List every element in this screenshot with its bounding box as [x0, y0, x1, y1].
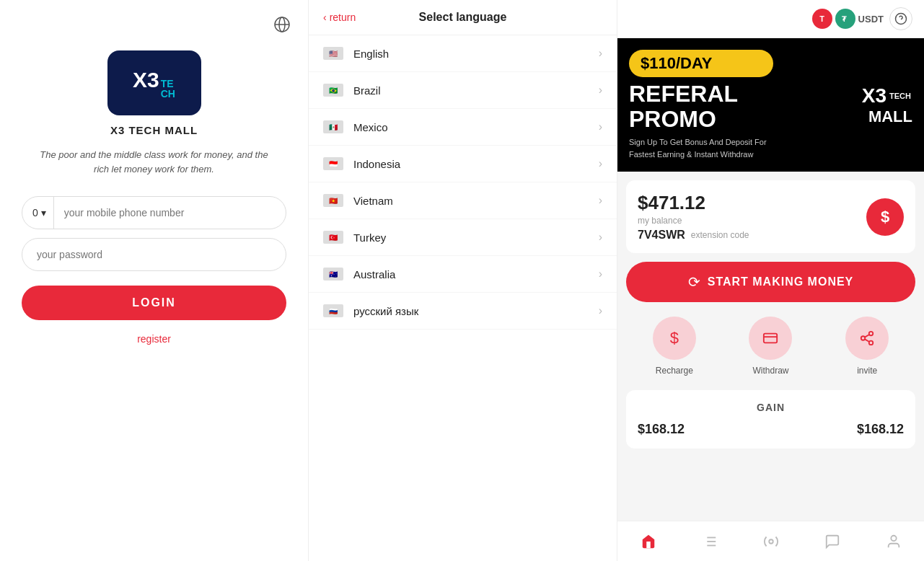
recharge-icon: $ [653, 317, 696, 360]
nav-task[interactable] [763, 531, 779, 552]
promo-banner: $110/DAY REFERAL PROMO Sign Up To Get Bo… [617, 38, 924, 172]
chevron-right-icon: › [599, 47, 602, 60]
flag-australia: 🇦🇺 [323, 268, 343, 280]
flag-english: 🇺🇸 [323, 47, 343, 60]
app-name: X3 TECH MALL [110, 124, 198, 136]
tagline: The poor and the middle class work for m… [39, 148, 270, 176]
chevron-right-icon: › [599, 231, 602, 244]
login-button[interactable]: LOGIN [22, 286, 286, 320]
country-code-selector[interactable]: 0 ▾ [22, 197, 54, 229]
dropdown-arrow: ▾ [41, 207, 46, 218]
lang-item-indonesia[interactable]: 🇮🇩 Indonesia › [309, 146, 617, 182]
usdt-label: USDT [858, 14, 884, 25]
lang-item-turkey[interactable]: 🇹🇷 Turkey › [309, 219, 617, 256]
invite-label: invite [857, 366, 877, 376]
phone-input-row: 0 ▾ [22, 196, 286, 229]
flag-mexico: 🇲🇽 [323, 120, 343, 133]
chevron-right-icon: › [599, 268, 602, 280]
start-btn-text: START MAKING MONEY [708, 275, 854, 288]
return-label: return [330, 12, 356, 23]
extension-code: 7V4SWR [638, 229, 685, 242]
password-input-row [22, 238, 286, 271]
gain-title: GAIN [638, 402, 904, 413]
start-making-money-button[interactable]: ⟳ START MAKING MONEY [626, 262, 915, 302]
promo-logo: X3 TECH MALL [862, 84, 912, 126]
promo-logo-mall: MALL [868, 107, 912, 126]
lang-item-english[interactable]: 🇺🇸 English › [309, 35, 617, 72]
lang-name-brazil: Brazil [353, 84, 381, 97]
lang-item-brazil[interactable]: 🇧🇷 Brazil › [309, 72, 617, 109]
gain-amount-1: $168.12 [638, 422, 685, 437]
balance-amount: $471.12 [638, 192, 749, 214]
t-icon: T [812, 9, 832, 29]
flag-russia: 🇷🇺 [323, 304, 343, 317]
nav-list[interactable] [702, 531, 718, 552]
password-input[interactable] [22, 249, 286, 260]
invite-button[interactable]: invite [845, 317, 889, 376]
svg-point-20 [891, 535, 896, 540]
invite-icon [845, 317, 889, 360]
flag-indonesia: 🇮🇩 [323, 157, 343, 170]
day-badge: $110/DAY [629, 50, 773, 77]
svg-rect-6 [764, 334, 777, 343]
recharge-label: Recharge [656, 366, 693, 376]
promo-description: Sign Up To Get Bonus And Deposit For Fas… [629, 136, 773, 160]
lang-name-russian: русский язык [353, 305, 418, 317]
nav-home[interactable] [641, 531, 656, 552]
action-row: $ Recharge Withdraw [617, 302, 924, 383]
phone-input[interactable] [54, 207, 286, 218]
return-button[interactable]: ‹ return [323, 12, 356, 23]
logo-box: X3 TE CH [107, 50, 201, 115]
svg-line-12 [865, 335, 869, 337]
logo-ch-text: CH [161, 89, 175, 99]
svg-point-9 [861, 337, 866, 341]
chevron-right-icon: › [599, 194, 602, 207]
lang-item-vietnam[interactable]: 🇻🇳 Vietnam › [309, 182, 617, 219]
chevron-left-icon: ‹ [323, 12, 327, 23]
start-icon: ⟳ [688, 273, 700, 291]
lang-item-mexico[interactable]: 🇲🇽 Mexico › [309, 109, 617, 146]
bottom-navigation [617, 521, 924, 561]
balance-card: $471.12 my balance 7V4SWR extension code… [626, 180, 915, 253]
nav-chat[interactable] [824, 531, 840, 552]
svg-text:₮: ₮ [842, 15, 847, 23]
country-code-value: 0 [32, 207, 38, 218]
dashboard-content: $110/DAY REFERAL PROMO Sign Up To Get Bo… [617, 38, 924, 521]
svg-line-11 [865, 340, 869, 343]
logo-te-text: TE [161, 79, 175, 89]
lang-name-indonesia: Indonesia [353, 158, 400, 170]
chevron-right-icon: › [599, 120, 602, 133]
lang-name-mexico: Mexico [353, 121, 388, 133]
globe-icon[interactable] [270, 13, 294, 36]
language-list: 🇺🇸 English › 🇧🇷 Brazil › 🇲🇽 Mexico › 🇮🇩 … [309, 35, 617, 561]
referral-line1: REFERAL [629, 81, 773, 107]
promo-logo-tech: TECH [889, 92, 911, 100]
withdraw-label: Withdraw [752, 366, 788, 376]
nav-profile[interactable] [886, 531, 902, 552]
lang-item-australia[interactable]: 🇦🇺 Australia › [309, 256, 617, 293]
usdt-icon: ₮ [835, 9, 855, 29]
language-selector-panel: ‹ return Select language 🇺🇸 English › 🇧🇷… [309, 0, 617, 561]
lang-name-english: English [353, 48, 389, 60]
register-link[interactable]: register [137, 333, 171, 345]
promo-logo-x3: X3 [862, 84, 886, 107]
lang-name-vietnam: Vietnam [353, 195, 393, 207]
usdt-badge: T ₮ USDT [812, 9, 884, 29]
dashboard-panel: T ₮ USDT $110/DAY REFERAL [617, 0, 924, 561]
lang-item-russian[interactable]: 🇷🇺 русский язык › [309, 293, 617, 330]
recharge-button[interactable]: $ Recharge [653, 317, 696, 376]
dollar-circle-button[interactable]: $ [866, 198, 904, 236]
dashboard-header: T ₮ USDT [617, 0, 924, 38]
gain-amount-2: $168.12 [857, 422, 904, 437]
gain-section: GAIN $168.12 $168.12 [626, 390, 915, 449]
svg-point-19 [769, 539, 773, 544]
chevron-right-icon: › [599, 157, 602, 170]
flag-turkey: 🇹🇷 [323, 231, 343, 244]
referral-line2: PROMO [629, 107, 773, 132]
balance-label: my balance [638, 216, 749, 226]
login-panel: X3 TE CH X3 TECH MALL The poor and the m… [0, 0, 309, 561]
day-badge-text: $110/DAY [641, 54, 712, 72]
support-icon[interactable] [889, 7, 912, 30]
withdraw-button[interactable]: Withdraw [749, 317, 792, 376]
flag-brazil: 🇧🇷 [323, 84, 343, 97]
